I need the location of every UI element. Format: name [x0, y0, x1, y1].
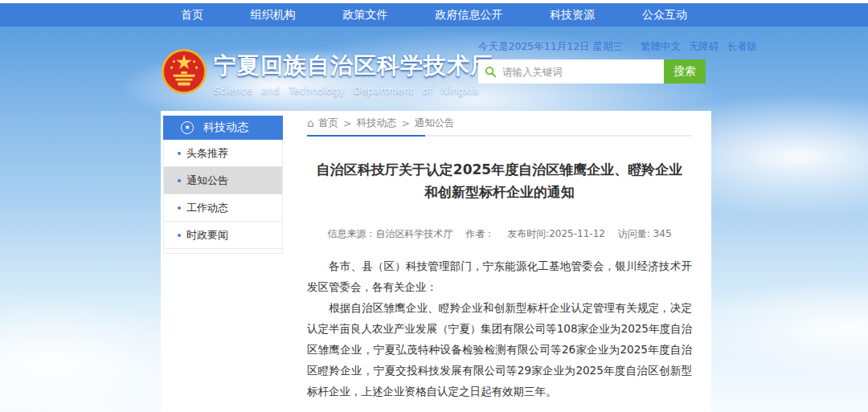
meta-publish-date: 发布时间:2025-11-12	[507, 228, 605, 239]
site-subtitle-english: Science and Technology Department of Nin…	[214, 85, 455, 96]
sidebar-item-work-dynamics[interactable]: 工作动态	[164, 194, 282, 222]
sidebar-header: ★ 科技动态	[163, 116, 283, 140]
sidebar-item-label: 通知公告	[186, 173, 228, 188]
bullet-icon	[178, 179, 181, 182]
breadcrumb: ⌂ 首页 > 科技动态 > 通知公告	[307, 111, 692, 137]
article-title: 自治区科技厅关于认定2025年度自治区雏鹰企业、瞪羚企业 和创新型标杆企业的通知	[307, 158, 692, 203]
breadcrumb-tech-dynamics[interactable]: 科技动态	[356, 116, 396, 130]
nav-item-policy-documents[interactable]: 政策文件	[343, 8, 388, 22]
sidebar-item-notices[interactable]: 通知公告	[164, 167, 282, 194]
breadcrumb-separator: >	[401, 117, 409, 129]
nav-item-gov-info-disclosure[interactable]: 政府信息公开	[435, 8, 502, 22]
breadcrumb-home[interactable]: 首页	[318, 116, 338, 130]
search-icon	[485, 66, 497, 78]
article-meta: 信息来源：自治区科学技术厅 作者： 发布时间:2025-11-12 访问量: 3…	[307, 227, 692, 241]
article-body: 各市、县（区）科技管理部门，宁东能源化工基地管委会，银川经济技术开发区管委会，各…	[307, 255, 692, 402]
bullet-icon	[178, 152, 181, 155]
search-button[interactable]: 搜索	[664, 59, 706, 84]
breadcrumb-notices[interactable]: 通知公告	[415, 116, 455, 130]
article-title-line2: 和创新型标杆企业的通知	[307, 181, 692, 203]
sidebar-item-label: 头条推荐	[186, 146, 228, 161]
site-header: 宁夏回族自治区科学技术厅 Science and Technology Depa…	[0, 27, 868, 111]
link-elderly-version[interactable]: 长者版	[727, 40, 758, 54]
breadcrumb-separator: >	[343, 117, 351, 129]
sidebar-title: 科技动态	[203, 120, 248, 135]
circled-star-icon: ★	[181, 121, 194, 134]
sidebar: ★ 科技动态 头条推荐 通知公告 工作动态 时政要闻	[163, 116, 283, 412]
sidebar-item-political-news[interactable]: 时政要闻	[164, 222, 282, 249]
nav-item-public-interaction[interactable]: 公众互动	[642, 8, 687, 22]
site-title: 宁夏回族自治区科学技术厅	[214, 51, 455, 81]
article-title-line1: 自治区科技厅关于认定2025年度自治区雏鹰企业、瞪羚企业	[307, 158, 692, 181]
sidebar-item-label: 时政要闻	[186, 228, 228, 243]
search-bar: 搜索	[478, 59, 706, 84]
national-emblem-logo	[161, 48, 207, 95]
top-navigation: 首页 组织机构 政策文件 政府信息公开 科技资源 公众互动	[0, 3, 868, 27]
nav-item-home[interactable]: 首页	[181, 8, 203, 22]
current-date-text: 今天是2025年11月12日 星期三	[478, 40, 623, 54]
link-traditional-chinese[interactable]: 繁體中文	[641, 40, 681, 54]
main-content-wrapper: ★ 科技动态 头条推荐 通知公告 工作动态 时政要闻 ⌂ 首页	[161, 111, 711, 412]
home-icon: ⌂	[307, 116, 314, 129]
sidebar-item-label: 工作动态	[186, 201, 228, 215]
article-paragraph: 各市、县（区）科技管理部门，宁东能源化工基地管委会，银川经济技术开发区管委会，各…	[307, 255, 692, 297]
meta-visit-count: 访问量: 345	[618, 228, 672, 239]
bullet-icon	[178, 234, 181, 237]
search-input[interactable]	[497, 59, 664, 84]
meta-author: 作者：	[465, 228, 494, 239]
bullet-icon	[178, 206, 181, 210]
nav-item-organization[interactable]: 组织机构	[251, 8, 296, 22]
nav-item-tech-resources[interactable]: 科技资源	[550, 8, 595, 22]
meta-source: 信息来源：自治区科学技术厅	[327, 228, 452, 239]
article-panel: ⌂ 首页 > 科技动态 > 通知公告 自治区科技厅关于认定2025年度自治区雏鹰…	[288, 111, 711, 412]
article-paragraph: 根据自治区雏鹰企业、瞪羚企业和创新型标杆企业认定管理有关规定，决定认定半亩良人农…	[307, 297, 692, 402]
link-accessibility[interactable]: 无障碍	[689, 40, 719, 54]
sidebar-item-headline-recommend[interactable]: 头条推荐	[164, 140, 282, 167]
